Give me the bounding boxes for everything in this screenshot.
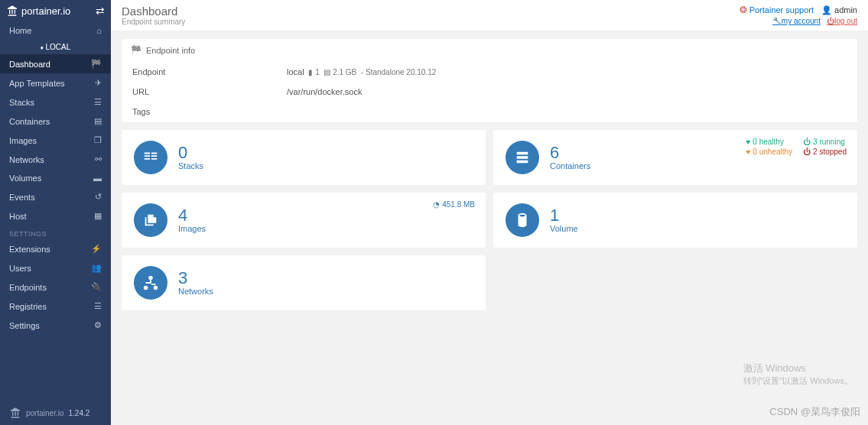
sidebar-item-host[interactable]: Host ▦: [0, 206, 111, 225]
images-count: 4: [178, 207, 206, 224]
endpoint-value: local ▮ 1 ▤ 2.1 GB - Standalone 20.10.12: [278, 63, 856, 81]
version-text: 1.24.2: [68, 409, 89, 417]
table-row: Endpoint local ▮ 1 ▤ 2.1 GB - Standalone…: [123, 63, 856, 81]
logout-link[interactable]: ⏻log out: [827, 17, 857, 25]
hdd-icon: ▬: [93, 174, 102, 183]
brand-text: portainer.io: [21, 5, 70, 17]
table-row: URL /var/run/docker.sock: [123, 83, 856, 101]
sidebar-item-networks[interactable]: Networks ⚯: [0, 150, 111, 169]
heart-icon: ♥: [746, 138, 750, 146]
history-icon: ↺: [95, 192, 102, 202]
home-icon: ⌂: [96, 26, 102, 35]
tags-label: Tags: [123, 102, 276, 121]
stacks-count: 0: [178, 144, 203, 161]
healthy-status: ♥0 healthy: [746, 138, 792, 146]
user-display: 👤 admin: [821, 5, 857, 15]
collapse-icon[interactable]: ⇄: [96, 5, 105, 17]
networks-label: Networks: [178, 287, 213, 296]
page-title: Dashboard: [122, 5, 185, 18]
chart-icon: ◔: [433, 200, 440, 209]
containers-card[interactable]: 6 Containers ♥0 healthy ⏻3 running ♥0 un…: [493, 130, 857, 185]
containers-label: Containers: [550, 161, 590, 170]
sidebar-item-containers[interactable]: Containers ▤: [0, 112, 111, 131]
topbar-right: ❂ Portainer support 👤 admin 🔧my account …: [740, 5, 857, 25]
stopped-status: ⏻2 stopped: [803, 148, 847, 156]
th-icon: ▦: [94, 211, 102, 221]
networks-count: 3: [178, 270, 213, 287]
wrench-icon: 🔧: [772, 17, 782, 25]
sidebar-item-dashboard[interactable]: Dashboard 🏁: [0, 54, 111, 73]
server-icon: ▤: [94, 116, 102, 126]
rocket-icon: ✈: [95, 78, 102, 88]
table-row: Tags: [123, 102, 856, 121]
volume-count: 1: [550, 207, 578, 224]
clone-icon: ❐: [94, 135, 102, 145]
running-status: ⏻3 running: [803, 138, 847, 146]
volume-icon: [506, 203, 539, 237]
networks-icon: [134, 266, 167, 300]
sidebar-item-settings[interactable]: Settings ⚙: [0, 316, 111, 335]
heart-icon: ♥: [746, 148, 750, 156]
sidebar-item-users[interactable]: Users 👥: [0, 258, 111, 277]
images-icon: [134, 203, 167, 237]
volume-card[interactable]: 1 Volume: [493, 193, 857, 248]
sidebar-item-endpoints[interactable]: Endpoints 🔌: [0, 277, 111, 297]
power-on-icon: ⏻: [803, 138, 811, 146]
my-account-link[interactable]: 🔧my account: [772, 17, 821, 25]
sidebar-item-volumes[interactable]: Volumes ▬: [0, 169, 111, 187]
windows-watermark: 激活 Windows 转到"设置"以激活 Windows。: [743, 362, 853, 387]
footer-brand: portainer.io: [26, 409, 63, 417]
images-card[interactable]: 4 Images ◔ 451.8 MB: [122, 193, 486, 248]
page-heading: Dashboard Endpoint summary: [122, 5, 185, 26]
sidebar-item-images[interactable]: Images ❐: [0, 131, 111, 150]
power-icon: ⏻: [827, 17, 834, 25]
containers-status: ♥0 healthy ⏻3 running ♥0 unhealthy ⏻2 st…: [746, 138, 847, 156]
sidebar-item-stacks[interactable]: Stacks ☰: [0, 92, 111, 112]
endpoint-info-table: Endpoint local ▮ 1 ▤ 2.1 GB - Standalone…: [122, 61, 857, 122]
database-icon: ☰: [94, 301, 102, 311]
sidebar-section-settings: SETTINGS: [0, 225, 111, 239]
content-area: 🏁 Endpoint info Endpoint local ▮ 1 ▤ 2.1…: [111, 31, 868, 326]
stacks-label: Stacks: [178, 161, 203, 170]
life-ring-icon: ❂: [740, 5, 747, 15]
endpoint-label: Endpoint: [123, 63, 276, 81]
url-value: /var/run/docker.sock: [278, 83, 856, 101]
networks-card[interactable]: 3 Networks: [122, 255, 486, 310]
tachometer-icon: 🏁: [131, 45, 141, 55]
sidebar-endpoint-local[interactable]: ♦ LOCAL: [0, 40, 111, 54]
portainer-logo-icon: [6, 5, 18, 17]
power-off-icon: ⏻: [803, 148, 811, 156]
volume-label: Volume: [550, 224, 578, 233]
topbar: Dashboard Endpoint summary ❂ Portainer s…: [111, 0, 868, 31]
page-subtitle: Endpoint summary: [122, 18, 185, 26]
cogs-icon: ⚙: [94, 320, 102, 330]
user-icon: 👤: [821, 5, 832, 15]
cpu-icon: ▮: [308, 68, 313, 76]
stacks-card[interactable]: 0 Stacks: [122, 130, 486, 185]
images-label: Images: [178, 224, 206, 233]
stacks-icon: [134, 141, 167, 174]
main-content: Dashboard Endpoint summary ❂ Portainer s…: [111, 0, 868, 425]
portainer-logo-small-icon: [9, 407, 21, 419]
users-icon: 👥: [91, 263, 102, 273]
sidebar-item-registries[interactable]: Registries ☰: [0, 297, 111, 316]
plug-icon: 🔌: [91, 282, 102, 292]
sitemap-icon: ⚯: [95, 154, 102, 164]
sidebar: portainer.io ⇄ Home ⌂ ♦ LOCAL Dashboard …: [0, 0, 111, 425]
unhealthy-status: ♥0 unhealthy: [746, 148, 792, 156]
csdn-watermark: CSDN @菜鸟李俊阳: [769, 405, 860, 419]
sidebar-item-events[interactable]: Events ↺: [0, 187, 111, 206]
sidebar-item-app-templates[interactable]: App Templates ✈: [0, 73, 111, 92]
memory-icon: ▤: [323, 68, 330, 76]
bullet-icon: ♦: [41, 44, 44, 51]
support-link[interactable]: ❂ Portainer support: [740, 5, 814, 15]
sidebar-item-extensions[interactable]: Extensions ⚡: [0, 239, 111, 258]
brand-logo[interactable]: portainer.io: [6, 5, 70, 17]
containers-count: 6: [550, 144, 590, 161]
bolt-icon: ⚡: [91, 244, 102, 254]
list-icon: ☰: [94, 97, 102, 107]
endpoint-info-panel: 🏁 Endpoint info Endpoint local ▮ 1 ▤ 2.1…: [122, 39, 857, 122]
images-size: ◔ 451.8 MB: [433, 200, 475, 209]
sidebar-item-home[interactable]: Home ⌂: [0, 21, 111, 40]
panel-header: 🏁 Endpoint info: [122, 39, 857, 61]
